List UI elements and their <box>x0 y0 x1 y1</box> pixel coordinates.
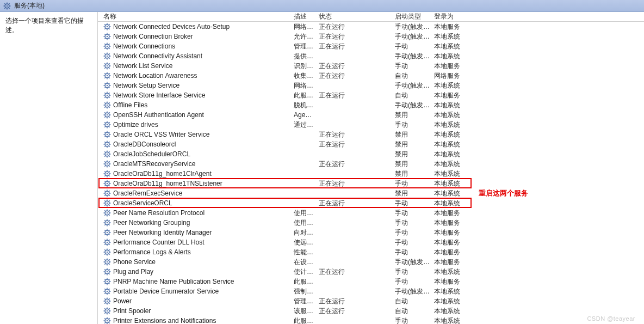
service-startup: 手动 <box>393 62 432 71</box>
service-gear-icon <box>103 52 111 60</box>
svg-line-196 <box>104 200 106 201</box>
services-list: 名称 描述 状态 启动类型 登录为 Network Connected Devi… <box>98 12 644 324</box>
svg-line-247 <box>109 254 110 255</box>
svg-line-309 <box>109 308 110 309</box>
col-startup[interactable]: 启动类型 <box>393 12 432 21</box>
service-row[interactable]: Portable Device Enumerator Service强制…手动(… <box>98 286 644 296</box>
svg-line-48 <box>104 58 106 59</box>
service-row[interactable]: Performance Logs & Alerts性能…手动本地服务 <box>98 247 644 257</box>
service-row[interactable]: Peer Networking Grouping使用…手动本地服务 <box>98 218 644 228</box>
svg-line-307 <box>109 313 110 314</box>
service-logon: 本地系统 <box>432 179 475 188</box>
col-name[interactable]: 名称 <box>101 12 292 21</box>
service-startup: 禁用 <box>393 169 432 179</box>
col-desc[interactable]: 描述 <box>292 12 317 21</box>
service-gear-icon <box>103 278 111 285</box>
service-row[interactable]: Network Location Awareness收集…正在运行自动网络服务 <box>98 71 644 81</box>
svg-line-26 <box>104 34 106 35</box>
service-row[interactable]: Phone Service在设…手动(触发…本地服务 <box>98 257 644 267</box>
service-startup: 手动 <box>393 267 432 277</box>
service-row[interactable]: Network List Service识别…正在运行手动本地服务 <box>98 61 644 71</box>
service-name: Performance Logs & Alerts <box>113 248 191 256</box>
service-row[interactable]: Network Connection Broker允许 …正在运行手动(触发…本… <box>98 32 644 41</box>
svg-line-166 <box>104 171 106 172</box>
svg-point-161 <box>107 173 108 175</box>
service-startup: 自动 <box>393 91 432 100</box>
col-logon[interactable]: 登录为 <box>432 12 475 21</box>
service-row[interactable]: OracleServiceORCL正在运行手动本地系统 <box>98 198 644 208</box>
service-row[interactable]: Performance Counter DLL Host使远…手动本地服务 <box>98 237 644 247</box>
service-row[interactable]: Network Connected Devices Auto-Setup网络…正… <box>98 22 644 32</box>
svg-line-9 <box>9 3 10 4</box>
col-status[interactable]: 状态 <box>317 12 393 21</box>
service-gear-icon <box>103 42 111 50</box>
service-row[interactable]: OracleDBConsoleorcl正在运行禁用本地系统 <box>98 139 644 149</box>
svg-line-97 <box>109 107 110 108</box>
svg-line-98 <box>104 107 106 108</box>
service-row[interactable]: OracleMTSRecoveryService正在运行禁用本地系统 <box>98 159 644 169</box>
svg-line-68 <box>104 77 106 78</box>
service-row[interactable]: Peer Networking Identity Manager向对…手动本地服… <box>98 228 644 237</box>
svg-line-258 <box>104 264 106 265</box>
service-row[interactable]: Plug and Play使计…正在运行手动本地系统 <box>98 267 644 277</box>
service-desc: 管理"… <box>292 42 317 51</box>
svg-line-296 <box>104 298 106 299</box>
service-row[interactable]: Network Store Interface Service此服…正在运行自动… <box>98 90 644 100</box>
service-row[interactable]: Offline Files脱机…手动(触发…本地系统 <box>98 100 644 110</box>
svg-line-116 <box>104 122 106 123</box>
service-row[interactable]: Optimize drives通过…手动本地系统 <box>98 120 644 130</box>
service-row[interactable]: Power管理…正在运行自动本地系统 <box>98 296 644 306</box>
svg-line-199 <box>109 200 110 201</box>
service-status: 正在运行 <box>317 307 393 316</box>
svg-point-151 <box>107 163 108 165</box>
svg-line-69 <box>109 73 110 74</box>
service-row[interactable]: OracleOraDb11g_home1ClrAgent禁用本地系统 <box>98 169 644 179</box>
svg-line-126 <box>104 132 106 133</box>
service-startup: 手动 <box>393 228 432 237</box>
service-startup: 手动(触发… <box>393 22 432 32</box>
description-panel: 选择一个项目来查看它的描述。 <box>0 12 98 324</box>
service-status: 正在运行 <box>317 91 393 100</box>
service-row[interactable]: Peer Name Resolution Protocol使用…手动本地服务 <box>98 208 644 218</box>
service-desc: 使计… <box>292 267 317 277</box>
svg-line-18 <box>104 28 106 29</box>
service-row[interactable]: Network Setup Service网络…手动(触发…本地系统 <box>98 81 644 90</box>
svg-line-226 <box>104 230 106 231</box>
service-desc: 使用… <box>292 218 317 228</box>
service-row[interactable]: OracleJobSchedulerORCL禁用本地系统 <box>98 149 644 159</box>
svg-line-39 <box>109 44 110 45</box>
svg-line-219 <box>109 220 110 221</box>
svg-point-31 <box>107 46 108 47</box>
service-name: Printer Extensions and Notifications <box>113 317 216 324</box>
service-desc: 允许 … <box>292 32 317 41</box>
service-row[interactable]: Oracle ORCL VSS Writer Service正在运行禁用本地系统 <box>98 130 644 139</box>
column-headers[interactable]: 名称 描述 状态 启动类型 登录为 <box>98 12 644 22</box>
service-gear-icon <box>103 248 111 256</box>
svg-line-59 <box>109 63 110 64</box>
service-startup: 手动 <box>393 316 432 325</box>
service-row[interactable]: Printer Extensions and Notifications此服…手… <box>98 316 644 324</box>
svg-line-118 <box>104 126 106 127</box>
service-row[interactable]: PNRP Machine Name Publication Service此服…… <box>98 277 644 286</box>
service-status: 正在运行 <box>317 62 393 71</box>
service-desc: 管理… <box>292 297 317 306</box>
service-row[interactable]: OracleOraDb11g_home1TNSListener正在运行手动本地系… <box>98 179 644 188</box>
service-name: OracleOraDb11g_home1TNSListener <box>113 180 222 187</box>
service-startup: 禁用 <box>393 150 432 159</box>
svg-line-76 <box>104 83 106 84</box>
service-startup: 禁用 <box>393 140 432 149</box>
service-status: 正在运行 <box>317 32 393 41</box>
service-startup: 手动 <box>393 120 432 130</box>
service-row[interactable]: OpenSSH Authentication AgentAge…禁用本地系统 <box>98 110 644 120</box>
svg-point-41 <box>107 56 108 57</box>
svg-line-317 <box>109 322 110 323</box>
svg-point-111 <box>107 124 108 126</box>
service-logon: 本地系统 <box>432 150 475 159</box>
service-row[interactable]: OracleRemExecService禁用本地系统 <box>98 188 644 198</box>
service-row[interactable]: Print Spooler该服…正在运行自动本地系统 <box>98 306 644 316</box>
service-name: Network Setup Service <box>113 82 179 89</box>
service-row[interactable]: Network Connectivity Assistant提供 …手动(触发…… <box>98 51 644 61</box>
service-startup: 手动 <box>393 277 432 286</box>
service-row[interactable]: Network Connections管理"…正在运行手动本地系统 <box>98 41 644 51</box>
service-logon: 本地系统 <box>432 130 475 139</box>
